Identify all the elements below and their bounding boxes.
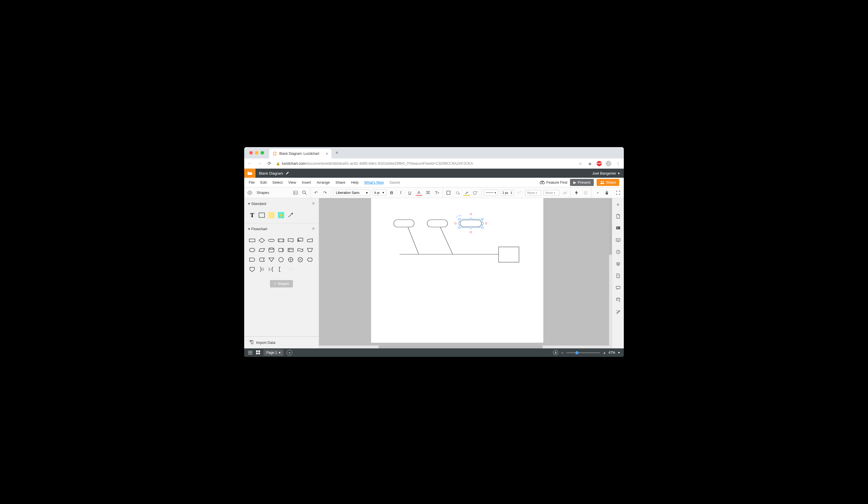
shape-text[interactable]: T	[248, 211, 256, 219]
canvas-area[interactable]	[319, 198, 612, 349]
rail-ai-icon[interactable]	[615, 308, 621, 315]
folder-icon[interactable]	[244, 169, 256, 178]
add-page-button[interactable]: +	[287, 350, 292, 355]
tab-close-icon[interactable]: ×	[326, 151, 328, 156]
text-options-button[interactable]: T▾	[434, 189, 441, 196]
action-button[interactable]	[573, 189, 580, 196]
bold-button[interactable]: B	[389, 189, 395, 196]
shape-database[interactable]	[267, 246, 275, 254]
font-select[interactable]: Liberation Sans▾	[333, 190, 370, 196]
text-color-button[interactable]: A	[416, 190, 422, 195]
browser-menu-icon[interactable]: ⋮	[615, 161, 621, 167]
window-maximize-button[interactable]	[261, 151, 264, 154]
fullscreen-button[interactable]	[615, 189, 621, 196]
list-view-icon[interactable]	[248, 350, 253, 355]
shape-papertape[interactable]	[296, 246, 304, 254]
close-library-icon[interactable]: ×	[312, 226, 315, 231]
shape-connector[interactable]	[277, 256, 285, 264]
line-options-button[interactable]	[516, 189, 523, 196]
zoom-out-button[interactable]: −	[561, 350, 564, 355]
page-tab[interactable]: Page 1 ▾	[264, 350, 283, 356]
shape-multidoc[interactable]	[296, 236, 304, 244]
close-library-icon[interactable]: ×	[312, 201, 315, 206]
rail-history-icon[interactable]	[615, 249, 621, 255]
shape-merge[interactable]	[267, 256, 275, 264]
menu-insert[interactable]: Insert	[302, 180, 311, 184]
bookmark-star-icon[interactable]: ☆	[577, 161, 583, 167]
menu-arrange[interactable]: Arrange	[317, 180, 330, 184]
new-tab-button[interactable]: +	[335, 150, 339, 156]
shape-document[interactable]	[287, 236, 294, 244]
line-start-select[interactable]: None ▾	[525, 190, 541, 195]
shape-options-button[interactable]	[472, 189, 479, 196]
more-shapes-button[interactable]: + Shapes	[270, 280, 293, 288]
align-button[interactable]	[425, 189, 432, 196]
shape-manualinput[interactable]	[306, 236, 314, 244]
gear-icon[interactable]	[247, 189, 253, 196]
diagram-terminator-1[interactable]	[394, 220, 414, 227]
shape-delay[interactable]	[248, 256, 256, 264]
image-icon[interactable]	[292, 189, 299, 196]
canvas-page[interactable]	[371, 198, 543, 343]
rail-page-icon[interactable]	[615, 213, 621, 220]
menu-help[interactable]: Help	[351, 180, 359, 184]
line-end-select[interactable]: None ▾	[543, 190, 559, 195]
shape-predefined[interactable]	[277, 236, 285, 244]
shape-offpage[interactable]	[248, 265, 256, 273]
shape-or[interactable]	[287, 256, 294, 264]
menu-whats-new[interactable]: What's New	[364, 180, 384, 184]
lock-dropdown-icon[interactable]: ▾	[595, 189, 601, 196]
share-button[interactable]: Share	[597, 179, 619, 186]
magnet-button[interactable]	[582, 189, 589, 196]
shape-terminator[interactable]	[267, 236, 275, 244]
window-close-button[interactable]	[249, 151, 253, 154]
rail-chat-icon[interactable]	[615, 284, 621, 291]
line-width-select[interactable]: 2 px ▴▾	[500, 190, 514, 195]
shape-manualop[interactable]	[306, 246, 314, 254]
rail-theme-icon[interactable]	[615, 272, 621, 279]
zoom-slider[interactable]	[566, 352, 600, 353]
browser-tab[interactable]: Blank Diagram: Lucidchart ×	[269, 149, 331, 159]
menu-view[interactable]: View	[288, 180, 296, 184]
shape-bracket[interactable]	[277, 265, 285, 273]
line-style-select[interactable]: ▾	[484, 190, 498, 196]
flowchart-library-header[interactable]: ▾ Flowchart ×	[244, 223, 319, 234]
accessibility-icon[interactable]: A	[553, 350, 558, 355]
horizontal-scrollbar[interactable]	[319, 345, 612, 349]
lock-button[interactable]	[603, 189, 610, 196]
zoom-in-button[interactable]: +	[603, 350, 606, 355]
shape-brace-left[interactable]	[267, 265, 275, 273]
shape-directdata[interactable]	[277, 246, 285, 254]
back-button[interactable]: ←	[247, 161, 253, 166]
feature-find-button[interactable]: Feature Find	[540, 180, 567, 184]
diagram-terminator-3-selected[interactable]	[460, 220, 482, 227]
user-menu[interactable]: Joel Bangerter ▾	[588, 171, 624, 175]
diagram-rectangle[interactable]	[499, 247, 519, 262]
fill-color-button[interactable]	[445, 189, 452, 196]
standard-library-header[interactable]: ▾ Standard ×	[244, 198, 319, 209]
reload-button[interactable]: ⟳	[266, 161, 272, 166]
border-color-button[interactable]	[463, 190, 470, 195]
menu-select[interactable]: Select	[272, 180, 282, 184]
window-minimize-button[interactable]	[255, 151, 258, 154]
shape-rectangle[interactable]	[258, 211, 266, 219]
import-data-button[interactable]: Import Data	[244, 336, 319, 349]
underline-button[interactable]: U	[406, 189, 413, 196]
shape-internalstorage[interactable]	[287, 246, 294, 254]
redo-button[interactable]: ↷	[322, 189, 329, 196]
document-title[interactable]: Blank Diagram	[259, 171, 283, 175]
swap-endpoints-button[interactable]: ⇄	[561, 189, 568, 196]
vertical-scrollbar[interactable]	[609, 198, 612, 345]
rail-present-icon[interactable]	[615, 237, 621, 243]
shape-swimlane[interactable]	[287, 265, 294, 273]
shape-note[interactable]	[267, 211, 275, 219]
abp-icon[interactable]: ABP	[597, 161, 602, 166]
fill-bucket-button[interactable]	[454, 189, 461, 196]
chevron-down-icon[interactable]: ▾	[618, 351, 620, 355]
shape-storeddata[interactable]	[258, 256, 266, 264]
grid-view-icon[interactable]	[256, 350, 260, 355]
extension-icon[interactable]: ◈	[587, 161, 593, 167]
undo-button[interactable]: ↶	[313, 189, 320, 196]
italic-button[interactable]: I	[397, 189, 404, 196]
menu-share[interactable]: Share	[335, 180, 345, 184]
